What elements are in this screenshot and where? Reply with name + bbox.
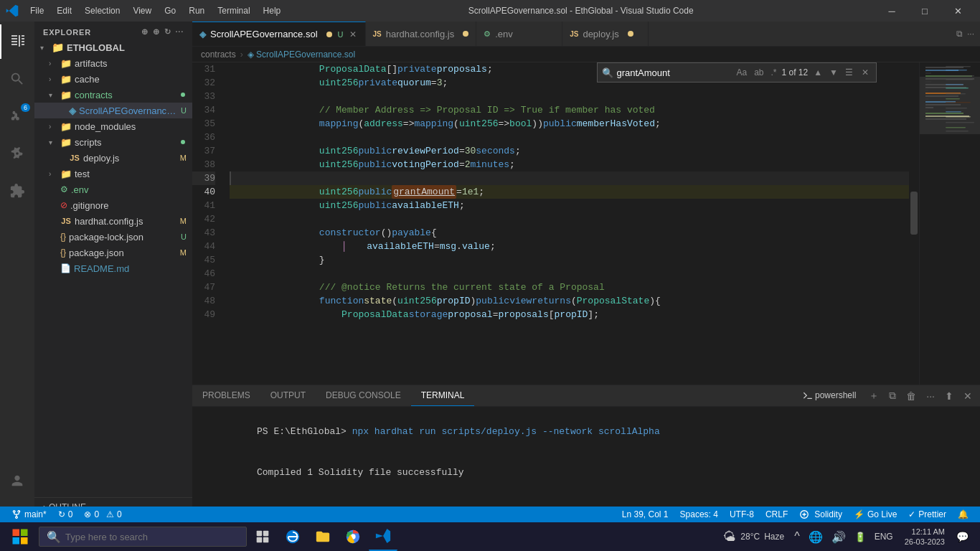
split-terminal-icon[interactable]: ⧉ xyxy=(885,388,900,403)
tab-deploy-js[interactable]: JS deploy.js xyxy=(562,22,649,46)
activity-account[interactable] xyxy=(0,463,34,498)
tree-item-node-modules[interactable]: › 📁 node_modules xyxy=(34,118,192,134)
taskview-button[interactable] xyxy=(248,522,277,551)
vscode-taskbar-icon[interactable] xyxy=(369,522,397,551)
menu-selection[interactable]: Selection xyxy=(79,4,126,17)
terminal-more-icon[interactable]: ··· xyxy=(923,389,938,403)
weather-icon: 🌤 xyxy=(723,529,736,545)
panel-tab-output[interactable]: OUTPUT xyxy=(260,385,316,406)
menu-edit[interactable]: Edit xyxy=(51,4,77,17)
breadcrumb-contracts[interactable]: contracts xyxy=(201,50,236,60)
hardhat-badge: M xyxy=(180,217,187,225)
refresh-icon[interactable]: ↻ xyxy=(164,27,171,37)
match-case-icon[interactable]: Aa xyxy=(734,67,749,78)
panel-tab-terminal[interactable]: TERMINAL xyxy=(411,385,475,406)
tree-root-ethglobal[interactable]: ▾ 📁 ETHGLOBAL xyxy=(34,39,192,55)
tab-scroll-ape-governance[interactable]: ◈ ScrollAPEGovernance.sol U ✕ xyxy=(192,22,366,46)
panel-tab-problems[interactable]: PROBLEMS xyxy=(192,385,260,406)
activity-source-control[interactable]: 6 xyxy=(0,99,34,133)
new-terminal-icon[interactable]: ＋ xyxy=(865,388,882,404)
tree-item-artifacts[interactable]: › 📁 artifacts xyxy=(34,55,192,71)
edge-browser-icon[interactable] xyxy=(278,522,307,551)
svg-rect-2 xyxy=(946,75,974,77)
maximize-button[interactable]: □ xyxy=(908,0,941,22)
status-branch[interactable]: main* xyxy=(6,507,52,522)
new-file-icon[interactable]: ⊕ xyxy=(141,27,149,37)
status-line-ending[interactable]: CRLF xyxy=(760,507,793,522)
new-folder-icon[interactable]: ⊕ xyxy=(153,27,160,37)
minimize-button[interactable]: ─ xyxy=(875,0,908,22)
menu-run[interactable]: Run xyxy=(183,4,210,17)
status-prettier[interactable]: ✓ Prettier xyxy=(903,507,952,522)
panel-tab-debug-console[interactable]: DEBUG CONSOLE xyxy=(316,385,411,406)
find-prev-button[interactable]: ▲ xyxy=(811,66,825,79)
taskbar-search[interactable]: 🔍 xyxy=(39,527,247,547)
clock-time: 12:11 AM xyxy=(905,527,945,537)
tree-item-cache[interactable]: › 📁 cache xyxy=(34,71,192,87)
breadcrumb-file[interactable]: ◈ ScrollAPEGovernance.sol xyxy=(248,50,355,60)
activity-run-debug[interactable] xyxy=(0,136,34,171)
menu-terminal[interactable]: Terminal xyxy=(212,4,255,17)
system-clock[interactable]: 12:11 AM 26-03-2023 xyxy=(899,527,951,547)
activity-extensions[interactable] xyxy=(0,174,34,208)
maximize-panel-icon[interactable]: ⬆ xyxy=(941,389,957,403)
tab-env[interactable]: ⚙ .env xyxy=(476,22,562,46)
more-tabs-icon[interactable]: ··· xyxy=(967,29,974,39)
tree-item-hardhat-config[interactable]: JS hardhat.config.js M xyxy=(34,213,192,229)
close-panel-icon[interactable]: ✕ xyxy=(960,389,976,403)
pkg-lock-icon: {} xyxy=(60,232,66,242)
menu-help[interactable]: Help xyxy=(258,4,287,17)
tree-item-package-lock[interactable]: {} package-lock.json U xyxy=(34,229,192,245)
code-editor[interactable]: 31 32 33 34 35 36 37 38 39 40 41 42 43 4… xyxy=(192,62,919,385)
find-close-button[interactable]: ✕ xyxy=(859,66,872,79)
close-button[interactable]: ✕ xyxy=(941,0,974,22)
activity-search[interactable] xyxy=(0,62,34,96)
collapse-all-icon[interactable]: ··· xyxy=(175,27,184,37)
notification-center-icon[interactable]: 💬 xyxy=(953,528,971,545)
tree-item-scripts[interactable]: ▾ 📁 scripts xyxy=(34,134,192,150)
menu-view[interactable]: View xyxy=(127,4,157,17)
tab-sol-close[interactable]: ✕ xyxy=(348,28,358,41)
status-position[interactable]: Ln 39, Col 1 xyxy=(616,507,674,522)
tree-item-deploy-js[interactable]: JS deploy.js M xyxy=(34,150,192,166)
tree-item-env[interactable]: ⚙ .env xyxy=(34,182,192,197)
weather-widget[interactable]: 🌤 28°C Haze xyxy=(719,529,788,545)
menu-go[interactable]: Go xyxy=(159,4,182,17)
activity-explorer[interactable] xyxy=(0,24,34,59)
tray-expand-icon[interactable]: ^ xyxy=(791,527,803,546)
code-line-36 xyxy=(230,131,909,144)
tray-volume-icon[interactable]: 🔊 xyxy=(829,527,849,547)
status-spaces[interactable]: Spaces: 4 xyxy=(674,507,724,522)
status-encoding[interactable]: UTF-8 xyxy=(724,507,760,522)
match-word-icon[interactable]: ab xyxy=(752,67,765,78)
pkg-json-icon: {} xyxy=(60,248,66,258)
tree-item-scroll-ape-governance[interactable]: ◈ ScrollAPEGovernance.sol U xyxy=(34,103,192,118)
status-language[interactable]: Solidity xyxy=(793,507,848,522)
split-editor-icon[interactable]: ⧉ xyxy=(956,29,963,39)
taskbar-search-input[interactable] xyxy=(65,532,239,542)
use-regex-icon[interactable]: .* xyxy=(769,67,779,78)
kill-terminal-icon[interactable]: 🗑 xyxy=(903,389,920,403)
menu-file[interactable]: File xyxy=(24,4,50,17)
find-input[interactable] xyxy=(616,67,731,78)
tray-network-icon[interactable]: 🌐 xyxy=(806,527,826,547)
find-next-button[interactable]: ▼ xyxy=(826,66,841,79)
tree-item-gitignore[interactable]: ⊘ .gitignore xyxy=(34,197,192,213)
status-errors[interactable]: ⊗ 0 ⚠ 0 xyxy=(78,507,127,522)
tree-item-readme[interactable]: 📄 README.md xyxy=(34,260,192,276)
tab-hardhat-config[interactable]: JS hardhat.config.js xyxy=(366,22,477,46)
start-button[interactable] xyxy=(3,522,37,551)
tree-item-package-json[interactable]: {} package.json M xyxy=(34,245,192,260)
tree-item-test[interactable]: › 📁 test xyxy=(34,166,192,182)
tree-item-contracts[interactable]: ▾ 📁 contracts xyxy=(34,87,192,103)
svg-rect-14 xyxy=(946,131,969,132)
code-content[interactable]: ProposalData[] private proposals; uint25… xyxy=(221,62,909,385)
find-select-all-button[interactable]: ☰ xyxy=(842,66,856,79)
language-indicator[interactable]: ENG xyxy=(872,529,896,545)
chrome-icon[interactable] xyxy=(339,522,367,551)
file-explorer-icon[interactable] xyxy=(308,522,337,551)
status-notifications[interactable]: 🔔 xyxy=(952,507,974,522)
status-sync[interactable]: ↻ 0 xyxy=(52,507,79,522)
editor-scrollbar[interactable] xyxy=(909,62,919,385)
status-go-live[interactable]: ⚡ Go Live xyxy=(848,507,903,522)
